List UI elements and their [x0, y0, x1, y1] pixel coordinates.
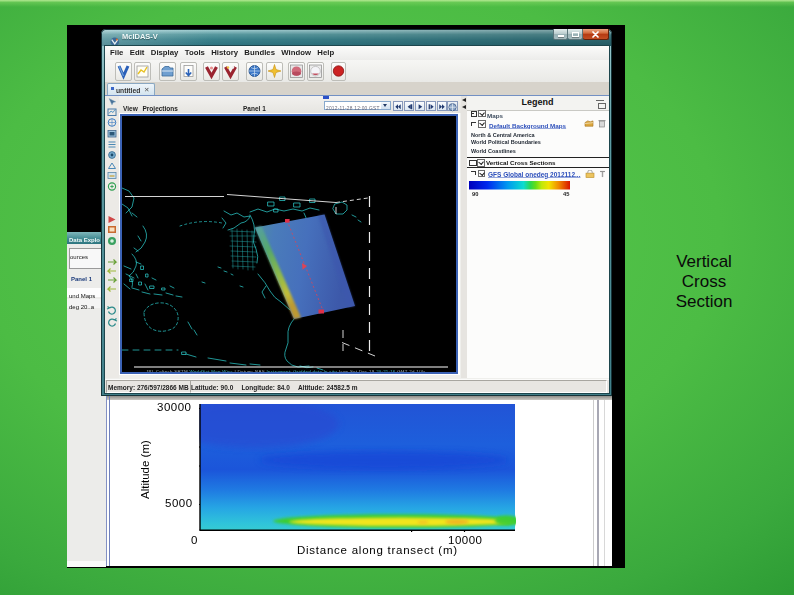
svg-text:JPL Caltech SRTM WorldSat Map: JPL Caltech SRTM WorldSat Map Wisc I Dat… — [146, 368, 426, 372]
